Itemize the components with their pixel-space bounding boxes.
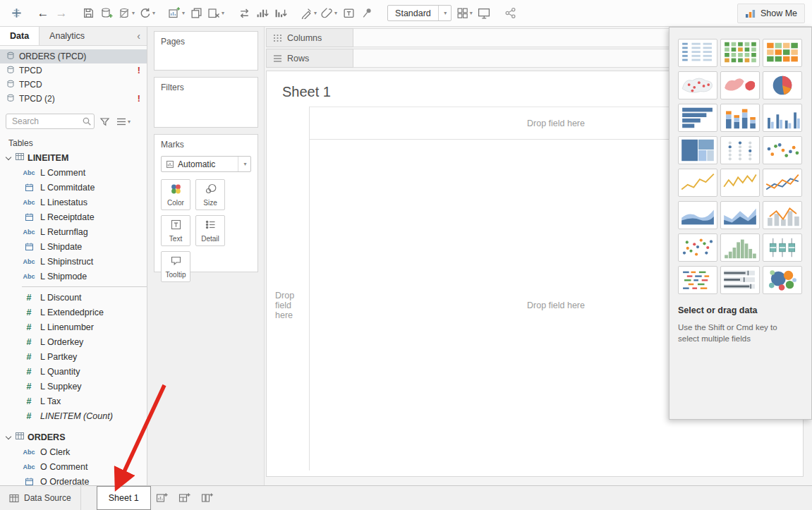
field-item[interactable]: AbcO Comment: [0, 459, 147, 474]
sort-descending-button[interactable]: [272, 4, 290, 23]
new-data-source-button[interactable]: [97, 4, 116, 23]
showme-chart-gantt[interactable]: [678, 266, 717, 294]
redo-button[interactable]: →: [52, 4, 71, 23]
table-group-header[interactable]: LINEITEM: [0, 150, 147, 165]
pause-auto-updates-button[interactable]: ▾: [116, 4, 137, 23]
field-name: L Receiptdate: [40, 212, 95, 222]
showme-chart-pie-charts[interactable]: [763, 71, 802, 99]
showme-chart-treemaps[interactable]: [678, 136, 717, 164]
datasource-item[interactable]: TPCD!: [0, 63, 147, 78]
marks-button-color[interactable]: Color: [161, 179, 190, 210]
new-story-tab-button[interactable]: [196, 486, 219, 510]
clear-sheet-button[interactable]: ▾: [205, 4, 226, 23]
datasource-item[interactable]: TPCD: [0, 78, 147, 92]
tableau-logo-icon[interactable]: [7, 4, 25, 23]
showme-chart-symbol-maps[interactable]: [678, 71, 717, 99]
showme-chart-area-charts-continuous[interactable]: [678, 201, 717, 229]
field-item[interactable]: AbcL Returnflag: [0, 224, 147, 239]
field-item[interactable]: #L Linenumber: [0, 320, 147, 334]
new-worksheet-tab-button[interactable]: [151, 486, 174, 510]
field-item[interactable]: #L Quantity: [0, 364, 147, 379]
marks-button-text[interactable]: Text: [161, 215, 190, 246]
show-mark-labels-button[interactable]: [339, 4, 358, 23]
show-me-button[interactable]: Show Me: [737, 4, 805, 23]
datasource-item[interactable]: ORDERS (TPCD): [0, 49, 147, 63]
showme-chart-scatter-plots[interactable]: [678, 233, 717, 262]
drop-zone-left[interactable]: Drop field here: [267, 140, 309, 470]
text-field-icon: Abc: [22, 449, 36, 456]
run-auto-updates-button[interactable]: ▾: [137, 4, 157, 23]
showme-chart-dual-lines[interactable]: [763, 169, 802, 197]
columns-shelf-header: Columns: [266, 28, 353, 47]
new-worksheet-button[interactable]: ▾: [166, 4, 187, 23]
datasource-item[interactable]: TPCD (2)!: [0, 92, 147, 106]
field-item[interactable]: L Shipdate: [0, 239, 147, 254]
sort-ascending-button[interactable]: [253, 4, 272, 23]
showme-chart-circle-views[interactable]: [720, 136, 760, 164]
field-item[interactable]: #L Discount: [0, 290, 147, 305]
group-members-button[interactable]: ▾: [319, 4, 339, 23]
fix-axes-button[interactable]: [358, 4, 376, 23]
presentation-mode-button[interactable]: [475, 4, 493, 23]
tab-data[interactable]: Data: [0, 27, 40, 45]
field-item[interactable]: #L Extendedprice: [0, 305, 147, 320]
field-item[interactable]: L Commitdate: [0, 180, 147, 195]
showme-chart-side-by-side-circles[interactable]: [763, 136, 802, 164]
showme-chart-bullet-graphs[interactable]: [720, 266, 760, 294]
duplicate-sheet-button[interactable]: [187, 4, 205, 23]
undo-button[interactable]: ←: [34, 4, 52, 23]
highlight-button[interactable]: ▾: [298, 4, 319, 23]
data-source-tab[interactable]: Data Source: [0, 486, 81, 510]
undo-icon: ←: [37, 7, 49, 19]
field-item[interactable]: #LINEITEM (Count): [0, 408, 147, 423]
showme-chart-side-by-side-bars[interactable]: [763, 104, 802, 132]
showme-chart-continuous-lines[interactable]: [678, 169, 717, 197]
tab-analytics[interactable]: Analytics: [40, 27, 95, 45]
field-item[interactable]: O Orderdate: [0, 474, 147, 485]
showme-chart-area-charts-discrete[interactable]: [720, 201, 760, 229]
swap-rows-columns-button[interactable]: [235, 4, 253, 23]
filter-fields-button[interactable]: [98, 115, 111, 128]
share-workbook-button[interactable]: [502, 4, 520, 23]
field-item[interactable]: AbcL Shipmode: [0, 269, 147, 284]
field-item[interactable]: AbcO Clerk: [0, 444, 147, 459]
dropdown-caret-icon: ▾: [444, 10, 447, 16]
field-item[interactable]: L Receiptdate: [0, 210, 147, 224]
warning-icon: !: [138, 94, 140, 104]
field-name: L Commitdate: [40, 183, 95, 193]
showme-chart-packed-bubbles[interactable]: [763, 266, 802, 294]
marks-button-tooltip[interactable]: Tooltip: [161, 251, 190, 282]
showme-chart-heat-maps[interactable]: [720, 39, 760, 67]
filters-shelf[interactable]: Filters: [154, 77, 258, 128]
fit-selector-caret[interactable]: ▾: [438, 6, 451, 20]
cell-size-button[interactable]: ▾: [454, 4, 475, 23]
save-button[interactable]: [79, 4, 97, 23]
field-item[interactable]: #L Suppkey: [0, 379, 147, 394]
mark-type-caret[interactable]: ▾: [238, 157, 250, 171]
mark-type-dropdown[interactable]: Automatic ▾: [161, 156, 251, 172]
collapse-pane-button[interactable]: ‹: [131, 27, 147, 45]
showme-chart-highlight-tables[interactable]: [763, 39, 802, 67]
field-item[interactable]: #L Tax: [0, 394, 147, 408]
marks-button-detail[interactable]: Detail: [195, 215, 225, 246]
fit-selector[interactable]: Standard ▾: [387, 5, 452, 21]
showme-chart-dual-combination[interactable]: [763, 201, 802, 229]
showme-chart-filled-maps[interactable]: [720, 71, 760, 99]
showme-chart-box-and-whisker[interactable]: [763, 233, 802, 262]
sheet-tab-sheet1[interactable]: Sheet 1: [97, 486, 151, 510]
marks-button-size[interactable]: Size: [195, 179, 225, 210]
new-dashboard-tab-button[interactable]: [174, 486, 196, 510]
field-item[interactable]: #L Partkey: [0, 349, 147, 364]
field-item[interactable]: AbcL Comment: [0, 165, 147, 180]
table-group-header[interactable]: ORDERS: [0, 430, 147, 444]
showme-chart-stacked-bars[interactable]: [720, 104, 760, 132]
field-item[interactable]: #L Orderkey: [0, 334, 147, 349]
field-item[interactable]: AbcL Linestatus: [0, 195, 147, 210]
showme-chart-discrete-lines[interactable]: [720, 169, 760, 197]
showme-chart-horizontal-bars[interactable]: [678, 104, 717, 132]
showme-chart-histogram[interactable]: [720, 233, 760, 262]
showme-chart-text-tables[interactable]: [678, 39, 717, 67]
field-item[interactable]: AbcL Shipinstruct: [0, 254, 147, 269]
view-options-button[interactable]: ▾: [115, 116, 132, 128]
pages-shelf[interactable]: Pages: [154, 31, 258, 71]
